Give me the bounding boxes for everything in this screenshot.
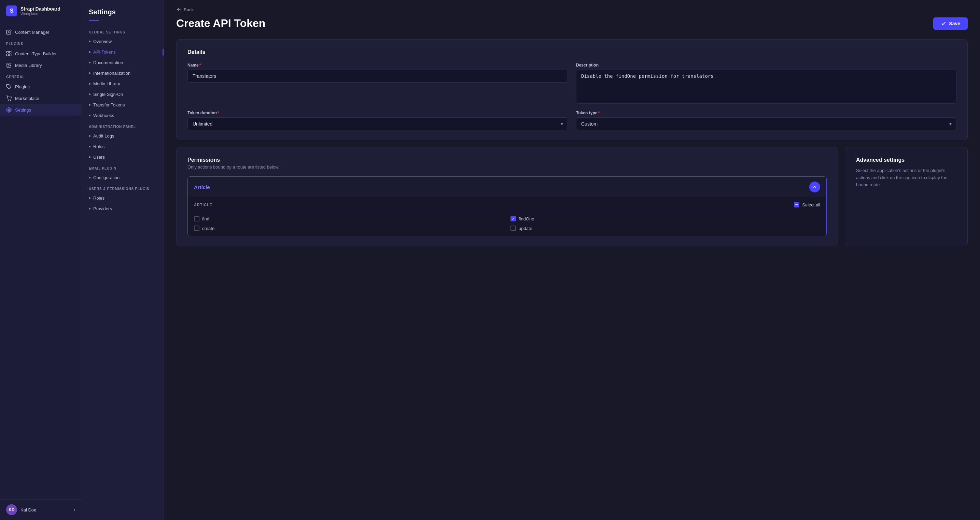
dot-icon [89, 197, 91, 199]
checkbox-update[interactable]: update [511, 225, 820, 231]
dot-icon [89, 208, 91, 209]
collapse-sidebar-button[interactable]: ‹ [74, 507, 75, 513]
chevron-up-icon [812, 185, 817, 189]
sidebar-item-content-type-builder[interactable]: Content-Type Builder [0, 48, 82, 59]
secondary-nav-internationalization[interactable]: Internationalization [82, 68, 164, 78]
nav-label: Media Library [93, 81, 120, 86]
permissions-card: Permissions Only actions bound by a rout… [176, 147, 838, 246]
general-section-label: GENERAL [0, 71, 82, 81]
checkbox-findone[interactable]: findOne [511, 216, 820, 222]
save-button[interactable]: Save [933, 17, 968, 30]
sidebar-item-label: Content Manager [15, 30, 49, 35]
app-name: Strapi Dashboard [21, 6, 60, 12]
section-label-global: GLOBAL SETTINGS [82, 26, 164, 36]
section-label-admin: ADMINISTRATION PANEL [82, 121, 164, 131]
sidebar-item-marketplace[interactable]: Marketplace [0, 92, 82, 104]
sidebar-item-content-manager[interactable]: Content Manager [0, 26, 82, 38]
dot-icon [89, 72, 91, 74]
back-label: Back [184, 7, 194, 12]
permissions-section: Permissions Only actions bound by a rout… [176, 147, 968, 246]
secondary-nav-users[interactable]: Users [82, 152, 164, 162]
avatar: KD [6, 504, 17, 515]
checkbox-label: update [519, 226, 532, 231]
name-field-group: Name* [188, 63, 568, 104]
dot-icon [89, 51, 91, 53]
svg-point-9 [8, 109, 10, 111]
description-input[interactable]: Disable the findOne permission for trans… [576, 70, 956, 104]
cart-icon [6, 95, 12, 101]
dot-icon [89, 115, 91, 116]
name-required-marker: * [199, 63, 201, 68]
dot-icon [89, 135, 91, 137]
app-header: S Strapi Dashboard Workplace [0, 0, 82, 22]
secondary-nav-audit-logs[interactable]: Audit Logs [82, 131, 164, 141]
advanced-settings-card: Advanced settings Select the application… [845, 147, 968, 246]
secondary-nav-media-library[interactable]: Media Library [82, 78, 164, 89]
article-header: Article [188, 177, 826, 197]
main-content: Back Create API Token Save Details Name* [164, 0, 980, 520]
secondary-nav-roles-perm[interactable]: Roles [82, 193, 164, 203]
main-sidebar: S Strapi Dashboard Workplace Content Man… [0, 0, 82, 520]
back-arrow-icon [176, 7, 182, 12]
token-duration-select[interactable]: Unlimited 7 days 30 days 90 days [188, 117, 568, 130]
secondary-nav-api-tokens[interactable]: API Tokens [82, 47, 164, 57]
app-subtitle: Workplace [21, 12, 60, 16]
svg-point-7 [8, 100, 8, 100]
checkbox-create[interactable]: create [194, 225, 504, 231]
permissions-title: Permissions [188, 157, 827, 163]
checkbox-empty-icon [194, 225, 199, 231]
article-body: ARTICLE Select all find [188, 197, 826, 236]
svg-rect-3 [9, 54, 11, 55]
checkbox-find[interactable]: find [194, 216, 504, 222]
secondary-nav-overview[interactable]: Overview [82, 36, 164, 47]
dot-icon [89, 62, 91, 63]
secondary-nav-documentation[interactable]: Documentation [82, 57, 164, 68]
sidebar-item-media-library[interactable]: Media Library [0, 59, 82, 71]
token-type-select[interactable]: Read-only Full access Custom [576, 117, 956, 130]
secondary-nav-providers[interactable]: Providers [82, 203, 164, 214]
secondary-sidebar: Settings GLOBAL SETTINGS Overview API To… [82, 0, 164, 520]
dot-icon [89, 156, 91, 158]
secondary-nav-transfer-tokens[interactable]: Transfer Tokens [82, 100, 164, 110]
nav-label: Single Sign-On [93, 92, 123, 97]
checkbox-empty-icon [511, 225, 516, 231]
section-label-email: EMAIL PLUGIN [82, 162, 164, 172]
secondary-sidebar-title: Settings [82, 0, 164, 20]
token-duration-label: Token duration* [188, 111, 568, 115]
select-all-button[interactable]: Select all [794, 202, 820, 208]
dot-icon [89, 104, 91, 106]
back-link[interactable]: Back [176, 7, 968, 12]
advanced-settings-description: Select the application's actions or the … [856, 167, 956, 188]
name-input[interactable] [188, 70, 568, 82]
nav-label: Providers [93, 206, 112, 211]
secondary-nav-webhooks[interactable]: Webhooks [82, 110, 164, 121]
sidebar-item-plugins[interactable]: Plugins [0, 81, 82, 92]
secondary-nav-single-sign-on[interactable]: Single Sign-On [82, 89, 164, 100]
user-name: Kai Doe [21, 507, 36, 512]
checkbox-empty-icon [194, 216, 199, 222]
dot-icon [89, 41, 91, 42]
token-type-select-wrapper: Read-only Full access Custom [576, 117, 956, 130]
sidebar-item-settings[interactable]: Settings [0, 104, 82, 116]
description-label: Description [576, 63, 956, 68]
nav-label: Roles [93, 195, 105, 201]
puzzle-piece-icon [6, 84, 12, 89]
form-bottom-row: Token duration* Unlimited 7 days 30 days… [188, 111, 956, 130]
article-title: Article [194, 184, 210, 190]
token-type-group: Token type* Read-only Full access Custom [576, 111, 956, 130]
article-expand-button[interactable] [809, 182, 820, 192]
sidebar-item-label: Plugins [15, 84, 30, 89]
section-label-users-permissions: USERS & PERMISSIONS PLUGIN [82, 183, 164, 193]
nav-label: Audit Logs [93, 133, 114, 138]
dot-icon [89, 146, 91, 147]
token-duration-group: Token duration* Unlimited 7 days 30 days… [188, 111, 568, 130]
page-title: Create API Token [176, 17, 265, 30]
sidebar-footer: KD Kai Doe ‹ [0, 499, 82, 520]
svg-rect-2 [6, 54, 8, 55]
svg-point-5 [8, 64, 8, 65]
permissions-checkboxes: find findOne create [194, 216, 820, 231]
secondary-nav-roles[interactable]: Roles [82, 141, 164, 152]
secondary-nav-configuration[interactable]: Configuration [82, 172, 164, 183]
nav-label: Overview [93, 39, 112, 44]
nav-label: Webhooks [93, 113, 114, 118]
